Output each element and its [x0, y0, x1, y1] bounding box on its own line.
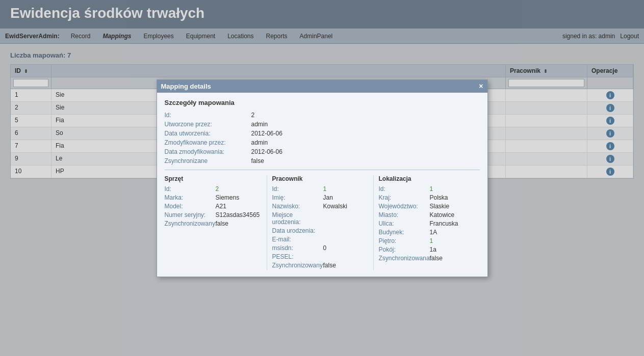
sprzet-id: Id: 2	[165, 185, 262, 187]
sprzet-id-value: 2	[216, 185, 219, 187]
modal-section-title: Szczegóły mapowania	[165, 99, 480, 106]
pracownik-id: Id: 1	[272, 185, 368, 187]
modal-col-pracownik: Pracownik Id: 1 Imię: Jan Nazwisko: Kowa…	[267, 175, 373, 187]
modal-close-button[interactable]: ×	[479, 83, 483, 90]
modal-field-synced: Zsynchronizane false	[165, 157, 480, 165]
modal-field-label-created-by: Utworzone przez:	[165, 121, 251, 128]
modal-field-created-date: Data utworzenia: 2012-06-06	[165, 130, 480, 137]
modal-dialog: Mapping details × Szczegóły mapowania Id…	[157, 79, 488, 187]
pracownik-title: Pracownik	[272, 175, 368, 182]
modal-field-value-created-by: admin	[251, 121, 268, 128]
modal-field-id: Id: 2	[165, 112, 480, 119]
modal-field-value-modified-by: admin	[251, 139, 268, 146]
modal-title: Mapping details	[161, 83, 211, 90]
modal-field-modified-by: Zmodyfikowane przez: admin	[165, 139, 480, 146]
modal-titlebar: Mapping details ×	[157, 80, 487, 93]
lokalizacja-id: Id: 1	[379, 185, 475, 187]
modal-field-created-by: Utworzone przez: admin	[165, 121, 480, 128]
sprzet-id-label: Id:	[165, 185, 216, 187]
modal-field-modified-date: Data zmodyfikowania: 2012-06-06	[165, 148, 480, 155]
lokalizacja-id-label: Id:	[379, 185, 430, 187]
pracownik-id-value: 1	[323, 185, 327, 187]
modal-overlay: Mapping details × Szczegóły mapowania Id…	[0, 0, 644, 186]
modal-col-lokalizacja: Lokalizacja Id: 1 Kraj: Polska Województ…	[373, 175, 480, 187]
modal-field-label-modified-by: Zmodyfikowane przez:	[165, 139, 251, 146]
pracownik-id-label: Id:	[272, 185, 323, 187]
sprzet-title: Sprzęt	[165, 175, 262, 182]
modal-field-value-id: 2	[251, 112, 255, 119]
modal-field-label-id: Id:	[165, 112, 251, 119]
lokalizacja-title: Lokalizacja	[379, 175, 475, 182]
modal-divider	[165, 170, 480, 170]
lokalizacja-id-value: 1	[430, 185, 433, 187]
modal-body: Szczegóły mapowania Id: 2 Utworzone prze…	[157, 93, 487, 187]
modal-field-value-modified-date: 2012-06-06	[251, 148, 282, 155]
modal-field-value-synced: false	[251, 157, 264, 165]
modal-field-label-modified-date: Data zmodyfikowania:	[165, 148, 251, 155]
modal-field-value-created-date: 2012-06-06	[251, 130, 282, 137]
modal-col-sprzet: Sprzęt Id: 2 Marka: Siemens Model: A21	[165, 175, 267, 187]
modal-field-label-created-date: Data utworzenia:	[165, 130, 251, 137]
modal-three-cols: Sprzęt Id: 2 Marka: Siemens Model: A21	[165, 175, 480, 187]
modal-field-label-synced: Zsynchronizane	[165, 157, 251, 165]
